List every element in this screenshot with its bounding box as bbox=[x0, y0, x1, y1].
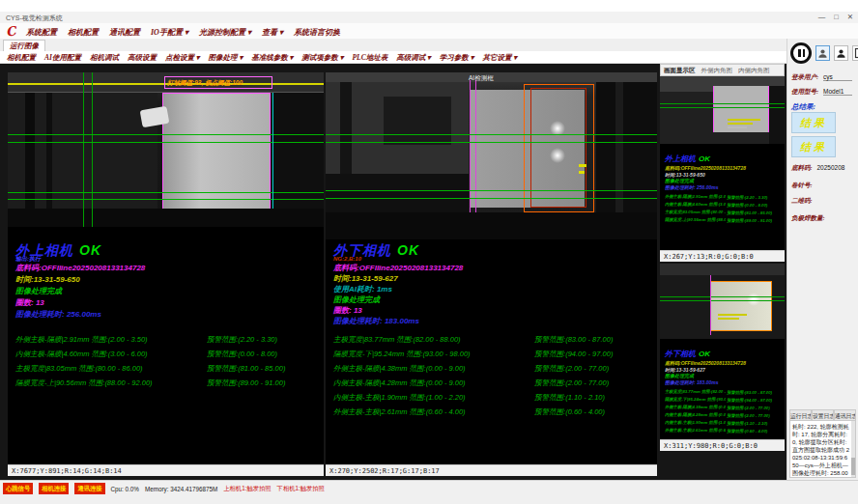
comm-link-badge: 通讯连接 bbox=[74, 483, 104, 494]
toolbar-item[interactable]: 点检设置 ▾ bbox=[165, 53, 200, 63]
overlay-line-magenta-v bbox=[475, 80, 476, 225]
mini-bottom-image[interactable] bbox=[660, 264, 785, 339]
menu-item[interactable]: 通讯配置 bbox=[109, 27, 140, 38]
login-user-value[interactable]: cys bbox=[823, 73, 852, 81]
measurement-row: 隔膜宽度-下|95.24mm 范围:(93.00 - 98.00) 预警范围:(… bbox=[333, 350, 655, 364]
toolbar-item[interactable]: 学习参数 ▾ bbox=[440, 53, 474, 63]
machine-slot bbox=[25, 93, 35, 227]
center-result-text: 外下相机OK NG:2,B:10 底料码:OFFIline20250208133… bbox=[333, 244, 653, 326]
ai-box-label: AI检测框 bbox=[469, 74, 494, 83]
close-button[interactable]: ✕ bbox=[847, 13, 853, 21]
mini-bottom-panel: 外下相机OK 底料码:OFFIline20250208133134728 时间:… bbox=[660, 264, 785, 451]
camera-name: 外上相机 bbox=[665, 154, 696, 163]
pause-button[interactable] bbox=[790, 42, 812, 64]
measurement-warn: 预警范围:(1.10 - 2.10) bbox=[534, 393, 605, 402]
camera-up-status: 上相机1:触发拍照 bbox=[223, 485, 271, 493]
overlay-line-green-h bbox=[326, 190, 657, 191]
overlay-line-green-h bbox=[660, 300, 785, 301]
measurement-row: 内侧主极-隔膜|4.60mm 范围:(3.00 - 6.00) 预警范围:(0.… bbox=[665, 202, 783, 210]
menu-item[interactable]: 系统配置 bbox=[26, 27, 57, 38]
cell-region bbox=[710, 281, 772, 331]
qr-label: 二维码: bbox=[791, 197, 855, 206]
menu-item[interactable]: 相机配置 bbox=[68, 27, 99, 38]
menu-bar: C 系统配置 相机配置 通讯配置 IO手配置 ▾ 光源控制配置 ▾ 查看 ▾ 系… bbox=[0, 23, 858, 39]
toolbar: 相机配置 AI使用配置 相机调试 高级设置 点检设置 ▾ 图像处理 ▾ 基准线参… bbox=[0, 51, 786, 64]
tab-row: 运行图像 bbox=[0, 39, 858, 52]
overlay-line-magenta-v bbox=[710, 275, 711, 335]
toolbar-item[interactable]: 高级设置 bbox=[128, 53, 157, 63]
mini-top-image[interactable] bbox=[660, 76, 785, 144]
toolbar-item[interactable]: 图像处理 ▾ bbox=[209, 53, 243, 63]
measurement-value: 内侧主极-主极|1.90mm 范围:(1.00 - 2.20) bbox=[665, 420, 726, 425]
measurement-value: 主极宽度|83.77mm 范围:(82.00 - 88.00) bbox=[333, 335, 532, 345]
process-done-line: 图像处理完成 bbox=[333, 294, 653, 305]
window-title: CYS-视觉检测系统 bbox=[6, 14, 63, 23]
overlay-line-cyan-v bbox=[272, 93, 273, 209]
left-coord-bar: X:7677;Y:891;R:14;G:14;B:14 bbox=[8, 464, 324, 476]
mini-header-title: 画面显示区 bbox=[664, 67, 696, 75]
mini-header-tab[interactable]: 内侧内角图 bbox=[738, 67, 770, 75]
left-camera-image[interactable]: 打皱阈值:93, 极点阈值:100 bbox=[8, 72, 324, 227]
overlay-line-green-v bbox=[92, 72, 93, 227]
measurement-row: 主极宽度|83.05mm 范围:(80.00 - 86.00) 预警范围:(81… bbox=[15, 364, 322, 378]
log-text: 耗时: 222, 轮廓检测耗时: 17, 轮廓分离耗时: 0, 轮廓提取分区耗时… bbox=[792, 424, 849, 478]
minimize-button[interactable]: — bbox=[818, 13, 826, 21]
menu-item[interactable]: 系统语言切换 bbox=[294, 27, 340, 38]
user-button[interactable] bbox=[834, 45, 848, 61]
toolbar-item[interactable]: AI使用配置 bbox=[44, 53, 81, 63]
measurement-row: 隔膜宽度-下|95.24mm 范围:(93.00 - 98.00) 预警范围:(… bbox=[665, 397, 783, 405]
log-tab[interactable]: 设置日志 bbox=[812, 409, 834, 420]
overlay-text-mark bbox=[728, 123, 753, 125]
overlay-text-mark bbox=[718, 318, 739, 320]
measurement-warn: 预警范围:(94.00 - 97.00) bbox=[727, 398, 772, 403]
machine-bottom bbox=[8, 209, 324, 227]
measurement-value: 内侧主极-隔膜|4.60mm 范围:(3.00 - 6.00) bbox=[15, 350, 205, 359]
measurement-value: 外侧主极-隔膜|4.38mm 范围:(0.00 - 9.00) bbox=[333, 364, 532, 374]
center-camera-image[interactable]: AI检测框 bbox=[326, 72, 657, 239]
measurement-warn: 预警范围:(1.10 - 2.10) bbox=[727, 421, 767, 426]
cell-region bbox=[713, 86, 769, 132]
toolbar-item[interactable]: 基准线参数 ▾ bbox=[251, 53, 293, 63]
menu-item[interactable]: 查看 ▾ bbox=[262, 27, 283, 38]
time-line: 时间:13-31-59-650 bbox=[15, 274, 320, 286]
model-label: 使用型号: bbox=[791, 88, 818, 95]
toolbar-item[interactable]: PLC地址表 bbox=[352, 53, 387, 63]
toolbar-item[interactable]: 相机配置 bbox=[7, 53, 36, 63]
mini-top-text: 外上相机OK 底料码:OFFIline20250208133134728 时间:… bbox=[665, 148, 783, 225]
toolbar-item[interactable]: 高级调试 ▾ bbox=[396, 53, 431, 63]
login-button[interactable] bbox=[815, 45, 830, 61]
measurement-value: 隔膜宽度-上|90.56mm 范围:(88.00 - 92.00) bbox=[15, 378, 205, 388]
total-result-label: 总结果: bbox=[791, 102, 855, 112]
mini-bottom-coord-bar: X:311;Y:980;R:0;G:0;B:0 bbox=[660, 439, 785, 451]
user-login-icon bbox=[817, 48, 828, 59]
measurement-warn: 预警范围:(0.60 - 4.00) bbox=[727, 429, 767, 434]
user-icon bbox=[836, 48, 846, 59]
mini-top-panel: 外上相机OK 底料码:OFFIline20250208133134728 时间:… bbox=[660, 76, 785, 262]
toolbar-item[interactable]: 测试项参数 ▾ bbox=[301, 53, 343, 63]
result-value: OK bbox=[79, 242, 101, 258]
measurement-warn: 预警范围:(2.20 - 3.30) bbox=[207, 335, 277, 344]
exit-door-icon bbox=[854, 47, 858, 59]
log-tab[interactable]: 运行日志 bbox=[789, 409, 812, 420]
menu-item[interactable]: 光源控制配置 ▾ bbox=[199, 27, 251, 38]
log-tab[interactable]: 通讯日志 bbox=[834, 409, 856, 420]
toolbar-item[interactable]: 相机调试 bbox=[90, 53, 119, 63]
center-coord-bar: X:270;Y:2502;R:17;G:17;B:17 bbox=[326, 464, 657, 476]
measurement-warn: 预警范围:(81.00 - 85.00) bbox=[727, 210, 772, 215]
measurement-value: 主极宽度|83.05mm 范围:(80.00 - 86.00) bbox=[15, 364, 205, 374]
toolbar-item[interactable]: 其它设置 ▾ bbox=[482, 53, 517, 63]
log-scrollbar[interactable] bbox=[851, 421, 855, 477]
model-value[interactable]: Model1 bbox=[823, 88, 852, 96]
maximize-button[interactable]: □ bbox=[834, 13, 839, 21]
measurement-warn: 预警范围:(2.00 - 77.00) bbox=[534, 378, 609, 387]
menu-item[interactable]: IO手配置 ▾ bbox=[151, 27, 188, 38]
time-line: 时间:13-31-59-627 bbox=[333, 273, 653, 284]
exit-button[interactable] bbox=[852, 45, 858, 61]
tray-code-value: 20250208 bbox=[816, 164, 844, 171]
weld-count-label: 负极焊数量: bbox=[791, 214, 855, 223]
mini-header-tab[interactable]: 外侧内角图 bbox=[701, 67, 733, 75]
log-area[interactable]: 耗时: 222, 轮廓检测耗时: 17, 轮廓分离耗时: 0, 轮廓提取分区耗时… bbox=[789, 420, 856, 478]
overlay-line-green-h bbox=[8, 192, 324, 193]
measurement-warn: 预警范围:(89.00 - 91.00) bbox=[727, 218, 772, 223]
barcode-line: 底料码:OFFIline20250208133134728 bbox=[333, 263, 653, 273]
